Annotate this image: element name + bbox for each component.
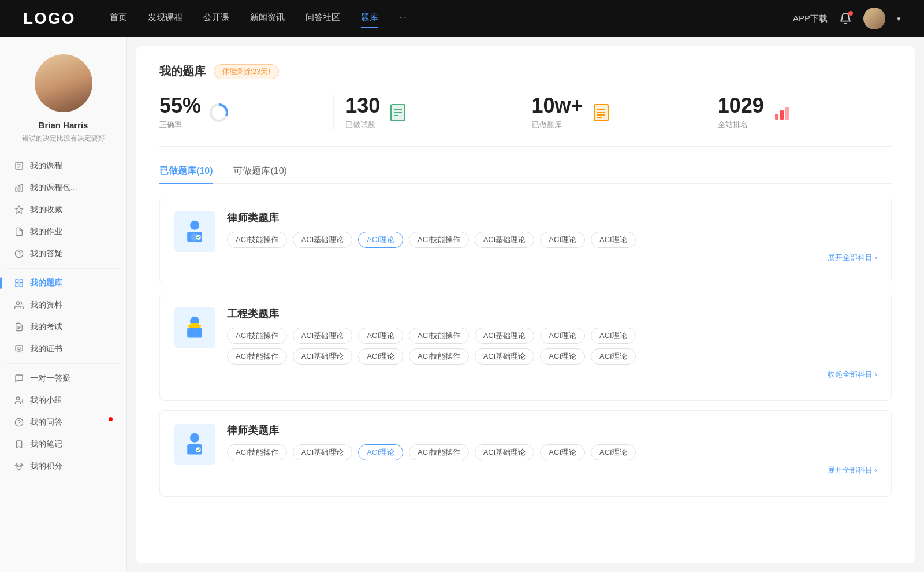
svg-rect-5 xyxy=(18,186,20,191)
qbank-card-lawyer-1: 律师类题库 ACI技能操作 ACI基础理论 ACI理论 ACI技能操作 ACI基… xyxy=(159,198,892,284)
stat-done-questions-value: 130 xyxy=(345,95,380,116)
qa-red-dot xyxy=(109,417,113,421)
stat-ranking: 1029 全站排名 xyxy=(706,95,892,130)
nav-qa[interactable]: 问答社区 xyxy=(305,12,340,25)
page-header: 我的题库 体验剩余23天! xyxy=(159,64,892,79)
nav-question-bank[interactable]: 题库 xyxy=(361,12,378,25)
tabs-row: 已做题库(10) 可做题库(10) xyxy=(159,165,892,184)
tag-2-1[interactable]: ACI基础理论 xyxy=(293,328,353,344)
sidebar-item-myexam[interactable]: 我的考试 xyxy=(6,316,121,338)
expand-link-1[interactable]: 展开全部科目 › xyxy=(227,252,877,263)
expand-link-3[interactable]: 展开全部科目 › xyxy=(227,465,877,476)
tag-2-5[interactable]: ACI理论 xyxy=(540,328,585,344)
tags-row-2a: ACI技能操作 ACI基础理论 ACI理论 ACI技能操作 ACI基础理论 AC… xyxy=(227,328,877,344)
tag-2-3[interactable]: ACI技能操作 xyxy=(409,328,469,344)
tag-1-0[interactable]: ACI技能操作 xyxy=(227,232,287,248)
nav-discover[interactable]: 发现课程 xyxy=(148,12,182,25)
sidebar-item-myquestion[interactable]: 我的答疑 xyxy=(6,243,121,265)
bar-chart-icon xyxy=(771,102,793,124)
sidebar-item-myfavorites[interactable]: 我的收藏 xyxy=(6,199,121,221)
certificate-icon xyxy=(14,344,24,354)
tab-available-banks[interactable]: 可做题库(10) xyxy=(233,165,286,183)
stat-done-questions: 130 已做试题 xyxy=(334,95,520,130)
tag-1-6[interactable]: ACI理论 xyxy=(591,232,636,248)
tag-2-4[interactable]: ACI基础理论 xyxy=(475,328,535,344)
sidebar-label-onetoone: 一对一答疑 xyxy=(30,373,70,384)
qbank-card-header-3: 律师类题库 ACI技能操作 ACI基础理论 ACI理论 ACI技能操作 ACI基… xyxy=(174,424,877,476)
tag-1-4[interactable]: ACI基础理论 xyxy=(475,232,535,248)
logo[interactable]: LOGO xyxy=(23,9,75,28)
trial-badge: 体验剩余23天! xyxy=(214,64,279,79)
tag-2b-1[interactable]: ACI基础理论 xyxy=(293,348,353,365)
svg-rect-46 xyxy=(188,325,201,328)
nav-opencourse[interactable]: 公开课 xyxy=(203,12,229,25)
tag-3-2[interactable]: ACI理论 xyxy=(358,444,403,460)
star-icon xyxy=(14,205,24,215)
pie-chart-icon xyxy=(208,102,230,124)
tag-1-1[interactable]: ACI基础理论 xyxy=(293,232,353,248)
tag-2b-4[interactable]: ACI基础理论 xyxy=(475,348,535,365)
user-avatar[interactable] xyxy=(863,8,885,29)
navbar-right: APP下载 ▾ xyxy=(793,8,901,29)
svg-rect-13 xyxy=(20,284,23,287)
tag-1-2[interactable]: ACI理论 xyxy=(358,232,403,248)
qbank-card-header-2: 工程类题库 ACI技能操作 ACI基础理论 ACI理论 ACI技能操作 ACI基… xyxy=(174,307,877,380)
notification-bell-icon[interactable] xyxy=(839,12,852,25)
tag-3-3[interactable]: ACI技能操作 xyxy=(409,444,469,460)
nav-news[interactable]: 新闻资讯 xyxy=(250,12,285,25)
nav-home[interactable]: 首页 xyxy=(110,12,127,25)
user-name: Brian Harris xyxy=(39,120,88,130)
user-motto: 错误的决定比没有决定要好 xyxy=(14,133,113,143)
nav-more[interactable]: ··· xyxy=(399,12,407,25)
tag-2b-3[interactable]: ACI技能操作 xyxy=(409,348,469,365)
tag-2b-6[interactable]: ACI理论 xyxy=(591,348,636,365)
tag-3-5[interactable]: ACI理论 xyxy=(540,444,585,460)
tag-3-0[interactable]: ACI技能操作 xyxy=(227,444,287,460)
svg-rect-12 xyxy=(16,284,18,287)
people-icon xyxy=(14,300,24,310)
svg-point-47 xyxy=(190,433,199,443)
tag-1-3[interactable]: ACI技能操作 xyxy=(409,232,469,248)
chart-bar-icon xyxy=(14,183,24,193)
sidebar-item-myhomework[interactable]: 我的作业 xyxy=(6,221,121,243)
sidebar-label-mynotes: 我的笔记 xyxy=(30,439,62,450)
collapse-link-2[interactable]: 收起全部科目 › xyxy=(227,369,877,380)
sidebar-item-mycert[interactable]: 我的证书 xyxy=(6,338,121,360)
svg-rect-36 xyxy=(775,114,778,120)
tag-3-4[interactable]: ACI基础理论 xyxy=(475,444,535,460)
tag-2-0[interactable]: ACI技能操作 xyxy=(227,328,287,344)
tag-3-6[interactable]: ACI理论 xyxy=(591,444,636,460)
app-download-link[interactable]: APP下载 xyxy=(793,13,828,24)
grid-icon xyxy=(14,278,24,288)
svg-rect-4 xyxy=(16,188,17,191)
tag-1-5[interactable]: ACI理论 xyxy=(540,232,585,248)
stat-done-banks-label: 已做题库 xyxy=(532,120,583,130)
tab-done-banks[interactable]: 已做题库(10) xyxy=(159,165,213,183)
divider-2 xyxy=(6,363,121,364)
sidebar-item-mypoints[interactable]: 我的积分 xyxy=(6,455,121,477)
tag-2-6[interactable]: ACI理论 xyxy=(591,328,636,344)
tag-2b-2[interactable]: ACI理论 xyxy=(358,348,403,365)
sidebar-item-mycourse[interactable]: 我的课程 xyxy=(6,155,121,177)
sidebar-item-mydata[interactable]: 我的资料 xyxy=(6,294,121,316)
svg-point-14 xyxy=(16,302,19,304)
stat-done-banks-value: 10w+ xyxy=(532,95,583,116)
sidebar-item-mypackage[interactable]: 我的课程包... xyxy=(6,177,121,199)
stats-row: 55% 正确率 130 已做试题 xyxy=(159,95,892,147)
sidebar-item-mynotes[interactable]: 我的笔记 xyxy=(6,433,121,455)
medal-icon xyxy=(14,461,24,471)
tag-2b-0[interactable]: ACI技能操作 xyxy=(227,348,287,365)
user-dropdown-chevron[interactable]: ▾ xyxy=(897,14,901,23)
qbank-title-2: 工程类题库 xyxy=(227,307,877,321)
sidebar-item-onetoone[interactable]: 一对一答疑 xyxy=(6,367,121,389)
sidebar-item-mygroup[interactable]: 我的小组 xyxy=(6,389,121,411)
tag-2b-5[interactable]: ACI理论 xyxy=(540,348,585,365)
note-list-icon xyxy=(590,102,612,124)
sidebar-label-mycourse: 我的课程 xyxy=(30,161,62,171)
tag-3-1[interactable]: ACI基础理论 xyxy=(293,444,353,460)
svg-rect-6 xyxy=(21,185,23,191)
tag-2-2[interactable]: ACI理论 xyxy=(358,328,403,344)
lawyer-icon xyxy=(174,211,215,252)
sidebar-item-myqa[interactable]: 我的问答 xyxy=(6,411,121,433)
sidebar-item-myqbank[interactable]: 我的题库 xyxy=(6,272,121,294)
